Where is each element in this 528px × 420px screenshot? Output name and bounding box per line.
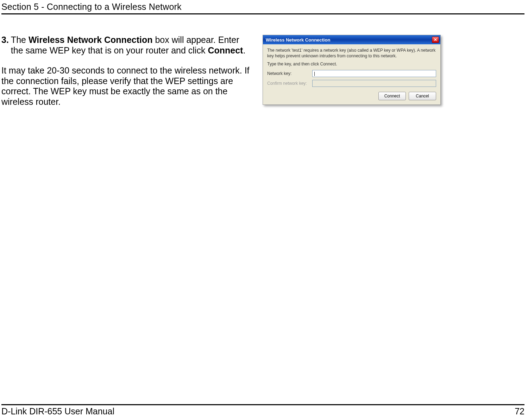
content-area: 3. The Wireless Network Connection box w… — [6, 35, 522, 107]
connect-button[interactable]: Connect — [378, 92, 406, 100]
header-divider — [1, 13, 524, 14]
paragraph-note: It may take 20-30 seconds to connect to … — [1, 65, 253, 107]
dialog-screenshot: Wireless Network Connection ✕ The networ… — [263, 35, 441, 105]
step-text-suffix: . — [243, 45, 245, 55]
dialog-info-2: Type the key, and then click Connect. — [267, 62, 436, 67]
dialog-titlebar: Wireless Network Connection ✕ — [263, 35, 440, 44]
close-icon[interactable]: ✕ — [432, 37, 439, 43]
dialog-title: Wireless Network Connection — [266, 37, 330, 43]
dialog-info-1: The network 'test1' requires a network k… — [267, 48, 436, 59]
page-footer: D-Link DIR-655 User Manual 72 — [1, 406, 524, 416]
page-header-section: Section 5 - Connecting to a Wireless Net… — [1, 2, 522, 12]
footer-manual-title: D-Link DIR-655 User Manual — [1, 406, 114, 416]
instruction-text-column: 3. The Wireless Network Connection box w… — [6, 35, 257, 107]
confirm-key-row: Confirm network key: — [267, 80, 436, 87]
dialog-button-row: Connect Cancel — [267, 92, 436, 100]
step-3: 3. The Wireless Network Connection box w… — [1, 35, 253, 56]
step-bold-2: Connect — [208, 45, 243, 55]
confirm-key-label: Confirm network key: — [267, 81, 312, 86]
step-body: The Wireless Network Connection box will… — [11, 35, 253, 56]
network-key-row: Network key: — [267, 70, 436, 77]
network-key-label: Network key: — [267, 71, 312, 76]
footer-divider — [1, 404, 524, 405]
step-text-prefix: The — [11, 35, 29, 45]
dialog-body: The network 'test1' requires a network k… — [263, 44, 440, 104]
step-number: 3. — [1, 35, 11, 56]
network-key-input[interactable] — [312, 70, 436, 77]
confirm-key-input — [312, 80, 436, 87]
step-bold-1: Wireless Network Connection — [29, 35, 153, 45]
cancel-button[interactable]: Cancel — [409, 92, 436, 100]
footer-page-number: 72 — [515, 406, 524, 416]
